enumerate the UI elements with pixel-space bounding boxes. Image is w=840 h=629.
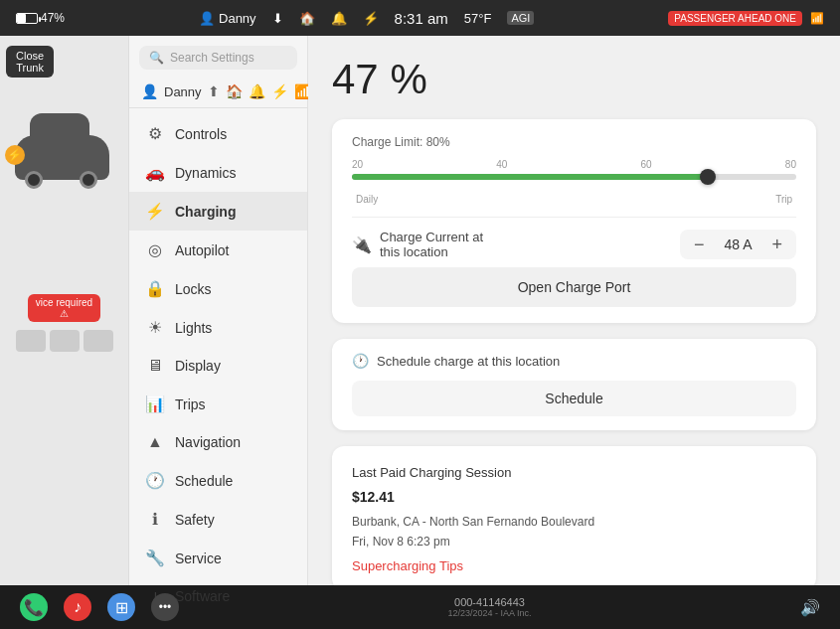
controls-icon: ⚙ — [145, 124, 165, 143]
schedule-icon: 🕐 — [145, 471, 165, 490]
last-session-title: Last Paid Charging Session — [352, 462, 796, 484]
slider-mark-20: 20 — [352, 159, 363, 170]
search-placeholder: Search Settings — [170, 51, 254, 65]
status-temp: 57°F — [464, 11, 492, 26]
charge-slider[interactable] — [352, 174, 796, 180]
taskbar-right: 🔊 — [800, 598, 820, 617]
sidebar-label-autopilot: Autopilot — [175, 242, 229, 258]
service-alert-badge: vice required⚠ — [28, 294, 100, 322]
sidebar-label-schedule: Schedule — [175, 473, 233, 489]
schedule-header-label: Schedule charge at this location — [377, 354, 560, 369]
sidebar-item-navigation[interactable]: ▲ Navigation — [129, 423, 307, 461]
autopilot-icon: ◎ — [145, 240, 165, 259]
volume-icon[interactable]: 🔊 — [800, 598, 820, 617]
schedule-clock-icon: 🕐 — [352, 353, 369, 369]
slider-label-daily: Daily — [356, 194, 378, 205]
taskbar: 📞 ♪ ⊞ ••• 000-41146443 12/23/2024 - IAA … — [0, 585, 840, 629]
sidebar-item-controls[interactable]: ⚙ Controls — [129, 114, 307, 153]
slider-mark-40: 40 — [496, 159, 507, 170]
charge-plug-icon: 🔌 — [352, 236, 372, 254]
sidebar-label-dynamics: Dynamics — [175, 165, 236, 181]
taskbar-date: 12/23/2024 - IAA Inc. — [447, 608, 531, 618]
sidebar-item-charging[interactable]: ⚡ Charging — [129, 192, 307, 231]
decrease-current-button[interactable]: − — [694, 236, 705, 253]
battery-icon — [16, 13, 38, 24]
small-icon-2 — [50, 330, 80, 352]
sidebar-item-autopilot[interactable]: ◎ Autopilot — [129, 231, 307, 269]
display-icon: 🖥 — [145, 357, 165, 375]
slider-mark-80: 80 — [785, 159, 796, 170]
signal-icon: 📶 — [810, 12, 824, 25]
slider-labels: Daily Trip — [352, 194, 796, 205]
user-icon-row: ⬆ 🏠 🔔 ⚡ 📶 — [208, 83, 311, 99]
slider-track — [352, 174, 796, 180]
increase-current-button[interactable]: + — [771, 236, 782, 253]
more-button[interactable]: ••• — [151, 593, 179, 621]
apps-button[interactable]: ⊞ — [107, 593, 135, 621]
divider-1 — [352, 217, 796, 218]
bt-nav-icon: ⚡ — [271, 83, 288, 99]
sidebar-item-display[interactable]: 🖥 Display — [129, 347, 307, 385]
car-panel: CloseTrunk ⚡ vice required⚠ — [0, 36, 129, 585]
sidebar-label-safety: Safety — [175, 512, 215, 528]
home-nav-icon: 🏠 — [226, 83, 243, 99]
last-session-amount: $12.41 — [352, 486, 796, 510]
user-avatar-icon: 👤 — [199, 11, 215, 26]
battery-percent-status: 47% — [41, 11, 65, 25]
bluetooth-icon: ⚡ — [363, 11, 379, 26]
charge-limit-label: Charge Limit: 80% — [352, 135, 796, 149]
search-icon: 🔍 — [149, 51, 164, 65]
status-bar-center: 👤 Danny ⬇ 🏠 🔔 ⚡ 8:31 am 57°F AGI — [199, 10, 534, 27]
slider-mark-60: 60 — [641, 159, 652, 170]
bell-icon: 🔔 — [331, 11, 347, 26]
sidebar-label-service: Service — [175, 550, 222, 566]
status-bar: 47% 👤 Danny ⬇ 🏠 🔔 ⚡ 8:31 am 57°F AGI PAS… — [0, 0, 840, 36]
sidebar: 🔍 Search Settings 👤 Danny ⬆ 🏠 🔔 ⚡ 📶 ⚙ Co… — [129, 36, 308, 585]
slider-fill — [352, 174, 708, 180]
locks-icon: 🔒 — [145, 279, 165, 298]
last-session-card: Last Paid Charging Session $12.41 Burban… — [332, 446, 816, 585]
sidebar-item-dynamics[interactable]: 🚗 Dynamics — [129, 153, 307, 192]
open-charge-port-button[interactable]: Open Charge Port — [352, 267, 796, 307]
status-bar-left: 47% — [16, 11, 65, 25]
download-icon: ⬇ — [272, 11, 283, 26]
passenger-alert: PASSENGER AHEAD ONE — [668, 11, 802, 26]
user-icon: 👤 — [141, 83, 158, 99]
sidebar-label-locks: Locks — [175, 281, 212, 297]
taskbar-left: 📞 ♪ ⊞ ••• — [20, 593, 179, 621]
last-session-date: Fri, Nov 8 6:23 pm — [352, 532, 796, 551]
navigation-icon: ▲ — [145, 433, 165, 451]
supercharging-tips-link[interactable]: Supercharging Tips — [352, 558, 463, 573]
sidebar-item-schedule[interactable]: 🕐 Schedule — [129, 461, 307, 500]
sidebar-item-lights[interactable]: ☀ Lights — [129, 308, 307, 347]
agi-label: AGI — [507, 11, 534, 25]
small-icon-3 — [84, 330, 113, 352]
sidebar-item-trips[interactable]: 📊 Trips — [129, 385, 307, 423]
music-button[interactable]: ♪ — [64, 593, 91, 621]
close-trunk-button[interactable]: CloseTrunk — [6, 46, 54, 78]
small-icon-1 — [16, 330, 46, 352]
search-bar[interactable]: 🔍 Search Settings — [139, 46, 297, 70]
home-icon: 🏠 — [299, 11, 315, 26]
slider-marks: 20 40 60 80 — [352, 159, 796, 170]
slider-thumb[interactable] — [700, 169, 716, 185]
lights-icon: ☀ — [145, 318, 165, 337]
charge-current-label: 🔌 Charge Current atthis location — [352, 230, 483, 259]
schedule-section: 🕐 Schedule charge at this location Sched… — [332, 339, 816, 430]
sidebar-item-safety[interactable]: ℹ Safety — [129, 500, 307, 539]
dynamics-icon: 🚗 — [145, 163, 165, 182]
sidebar-label-trips: Trips — [175, 396, 206, 412]
current-value-display: 48 A — [718, 236, 757, 252]
phone-button[interactable]: 📞 — [20, 593, 48, 621]
service-icon: 🔧 — [145, 549, 165, 567]
trips-icon: 📊 — [145, 394, 165, 413]
battery-percent-display: 47 % — [332, 56, 816, 103]
schedule-button[interactable]: Schedule — [352, 381, 796, 416]
sidebar-item-locks[interactable]: 🔒 Locks — [129, 269, 307, 308]
status-bar-right: PASSENGER AHEAD ONE 📶 — [668, 11, 824, 26]
upload-icon: ⬆ — [208, 83, 220, 99]
schedule-header: 🕐 Schedule charge at this location — [352, 353, 796, 369]
status-user: 👤 Danny — [199, 11, 256, 26]
sidebar-label-controls: Controls — [175, 126, 227, 142]
sidebar-item-service[interactable]: 🔧 Service — [129, 539, 307, 577]
